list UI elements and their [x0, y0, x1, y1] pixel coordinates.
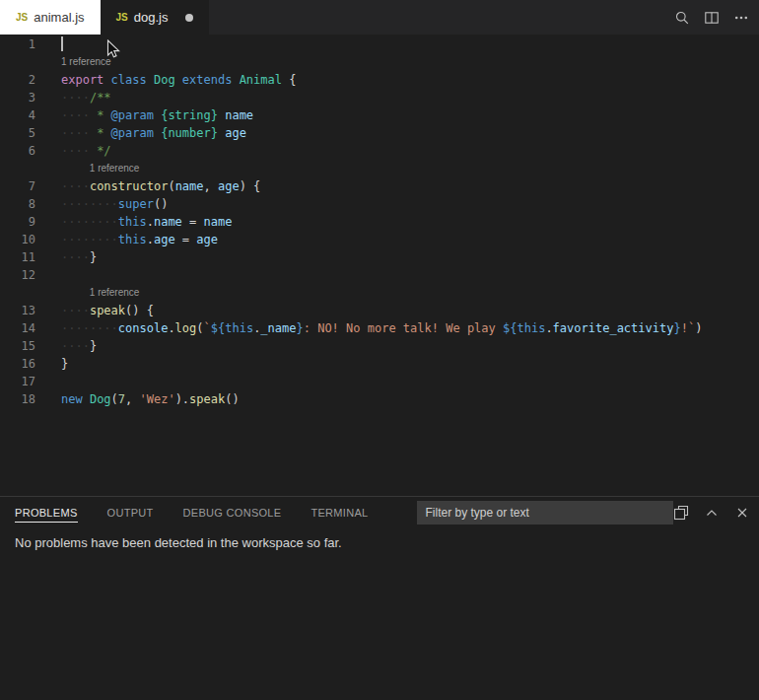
- code-line[interactable]: }: [61, 355, 68, 373]
- search-icon[interactable]: [674, 10, 690, 26]
- code-line[interactable]: ····/**: [61, 89, 111, 106]
- code-line[interactable]: ········super(): [61, 195, 168, 213]
- line-number[interactable]: 1: [0, 35, 61, 53]
- split-editor-icon[interactable]: [704, 10, 720, 26]
- code-line[interactable]: ········this.age = age: [61, 231, 218, 248]
- js-file-icon: JS: [116, 12, 128, 23]
- line-number[interactable]: 17: [0, 373, 61, 390]
- codelens-reference[interactable]: 1 reference: [90, 160, 140, 177]
- codelens-reference[interactable]: 1 reference: [61, 53, 111, 71]
- panel-tab-problems[interactable]: PROBLEMS: [15, 503, 78, 523]
- line-number[interactable]: 18: [0, 390, 61, 408]
- panel-header: PROBLEMSOUTPUTDEBUG CONSOLETERMINAL: [0, 497, 759, 528]
- code-line[interactable]: ····constructor(name, age) {: [61, 177, 260, 195]
- close-icon[interactable]: [734, 505, 750, 521]
- line-number[interactable]: 12: [0, 266, 61, 284]
- copy-icon[interactable]: [673, 505, 689, 521]
- editor-content: 11 reference2export class Dog extends An…: [0, 35, 759, 408]
- codelens-reference[interactable]: 1 reference: [90, 284, 140, 302]
- code-line[interactable]: ····}: [61, 248, 97, 266]
- panel-tab-terminal[interactable]: TERMINAL: [310, 503, 368, 523]
- line-number[interactable]: 16: [0, 355, 61, 373]
- line-number[interactable]: 14: [0, 319, 61, 337]
- text-cursor: [61, 36, 63, 51]
- line-number[interactable]: 13: [0, 302, 61, 319]
- code-line[interactable]: ····speak() {: [61, 302, 154, 319]
- editor-tab-bar: JSanimal.jsJSdog.js: [0, 0, 759, 35]
- problems-empty-message: No problems have been detected in the wo…: [15, 535, 744, 550]
- line-number[interactable]: [0, 53, 61, 71]
- more-actions-icon[interactable]: [733, 10, 749, 26]
- line-number[interactable]: [0, 284, 61, 302]
- line-number[interactable]: 5: [0, 124, 61, 142]
- editor-actions: [674, 0, 759, 35]
- line-number[interactable]: 15: [0, 337, 61, 355]
- code-line[interactable]: ····}: [61, 337, 97, 355]
- line-number[interactable]: 2: [0, 71, 61, 89]
- code-line[interactable]: export class Dog extends Animal {: [61, 71, 296, 89]
- code-line[interactable]: ···· * @param {number} age: [61, 124, 246, 142]
- code-line[interactable]: [61, 35, 63, 53]
- problems-filter-input[interactable]: [417, 501, 673, 525]
- line-number[interactable]: 11: [0, 248, 61, 266]
- code-line[interactable]: ········this.name = name: [61, 213, 232, 231]
- bottom-panel: PROBLEMSOUTPUTDEBUG CONSOLETERMINAL No p…: [0, 496, 759, 699]
- code-editor[interactable]: 11 reference2export class Dog extends An…: [0, 35, 759, 496]
- tab-label: animal.js: [34, 10, 84, 25]
- modified-indicator-dot[interactable]: [185, 14, 193, 22]
- chevron-up-icon[interactable]: [704, 505, 720, 521]
- panel-tab-debug-console[interactable]: DEBUG CONSOLE: [183, 503, 282, 523]
- line-number[interactable]: 8: [0, 195, 61, 213]
- line-number[interactable]: 7: [0, 177, 61, 195]
- line-number[interactable]: 3: [0, 89, 61, 106]
- panel-tab-list: PROBLEMSOUTPUTDEBUG CONSOLETERMINAL: [15, 503, 397, 523]
- code-line[interactable]: new Dog(7, 'Wez').speak(): [61, 390, 240, 408]
- line-number[interactable]: [0, 160, 61, 177]
- panel-actions: [673, 505, 750, 521]
- vscode-window: JSanimal.jsJSdog.js 11 reference2export …: [0, 0, 759, 700]
- tab-dog.js[interactable]: JSdog.js: [101, 0, 210, 35]
- panel-tab-output[interactable]: OUTPUT: [107, 503, 154, 523]
- panel-body: No problems have been detected in the wo…: [0, 528, 759, 557]
- tab-label: dog.js: [134, 10, 169, 25]
- tab-list: JSanimal.jsJSdog.js: [0, 0, 209, 35]
- code-line[interactable]: ···· */: [61, 142, 111, 160]
- js-file-icon: JS: [16, 12, 28, 23]
- code-line[interactable]: ···· * @param {string} name: [61, 106, 253, 124]
- line-number[interactable]: 9: [0, 213, 61, 231]
- line-number[interactable]: 6: [0, 142, 61, 160]
- line-number[interactable]: 10: [0, 231, 61, 248]
- code-line[interactable]: ········console.log(`${this._name}: NO! …: [61, 319, 702, 337]
- tab-animal.js[interactable]: JSanimal.js: [0, 0, 101, 35]
- line-number[interactable]: 4: [0, 106, 61, 124]
